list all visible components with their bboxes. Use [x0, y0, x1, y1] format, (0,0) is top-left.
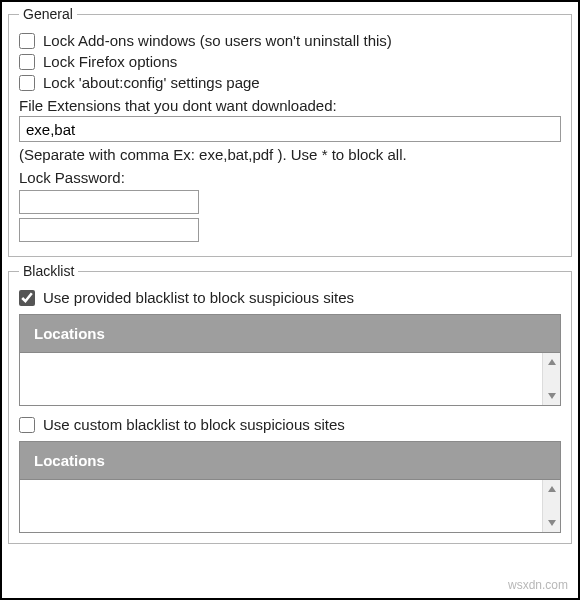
provided-locations-body	[20, 353, 560, 405]
custom-blacklist-row[interactable]: Use custom blacklist to block suspicious…	[19, 416, 561, 433]
provided-blacklist-checkbox[interactable]	[19, 290, 35, 306]
extensions-hint: (Separate with comma Ex: exe,bat,pdf ). …	[19, 146, 561, 163]
custom-locations-body	[20, 480, 560, 532]
watermark-text: wsxdn.com	[508, 578, 568, 592]
provided-locations-scrollbar[interactable]	[542, 353, 560, 405]
lock-addons-row[interactable]: Lock Add-ons windows (so users won't uni…	[19, 32, 561, 49]
blacklist-legend: Blacklist	[19, 263, 78, 279]
scroll-down-icon[interactable]	[543, 514, 560, 532]
extensions-label: File Extensions that you dont want downl…	[19, 97, 561, 114]
custom-locations-scrollbar[interactable]	[542, 480, 560, 532]
lock-aboutconfig-label: Lock 'about:config' settings page	[43, 74, 260, 91]
custom-blacklist-label: Use custom blacklist to block suspicious…	[43, 416, 345, 433]
provided-locations-content[interactable]	[20, 353, 542, 405]
lock-aboutconfig-row[interactable]: Lock 'about:config' settings page	[19, 74, 561, 91]
provided-locations-header: Locations	[20, 315, 560, 353]
general-group: General Lock Add-ons windows (so users w…	[8, 6, 572, 257]
custom-locations-list[interactable]: Locations	[19, 441, 561, 533]
provided-blacklist-label: Use provided blacklist to block suspicio…	[43, 289, 354, 306]
extensions-input[interactable]	[19, 116, 561, 142]
lock-password-input[interactable]	[19, 190, 199, 214]
lock-password-confirm-input[interactable]	[19, 218, 199, 242]
custom-locations-content[interactable]	[20, 480, 542, 532]
lock-aboutconfig-checkbox[interactable]	[19, 75, 35, 91]
scroll-up-icon[interactable]	[543, 480, 560, 498]
blacklist-group: Blacklist Use provided blacklist to bloc…	[8, 263, 572, 544]
lock-options-row[interactable]: Lock Firefox options	[19, 53, 561, 70]
lock-addons-label: Lock Add-ons windows (so users won't uni…	[43, 32, 392, 49]
custom-locations-header: Locations	[20, 442, 560, 480]
provided-blacklist-row[interactable]: Use provided blacklist to block suspicio…	[19, 289, 561, 306]
provided-locations-list[interactable]: Locations	[19, 314, 561, 406]
scroll-down-icon[interactable]	[543, 387, 560, 405]
lock-options-checkbox[interactable]	[19, 54, 35, 70]
lock-addons-checkbox[interactable]	[19, 33, 35, 49]
lock-password-label: Lock Password:	[19, 169, 561, 186]
scroll-up-icon[interactable]	[543, 353, 560, 371]
lock-options-label: Lock Firefox options	[43, 53, 177, 70]
general-legend: General	[19, 6, 77, 22]
settings-panel: General Lock Add-ons windows (so users w…	[0, 0, 580, 600]
custom-blacklist-checkbox[interactable]	[19, 417, 35, 433]
